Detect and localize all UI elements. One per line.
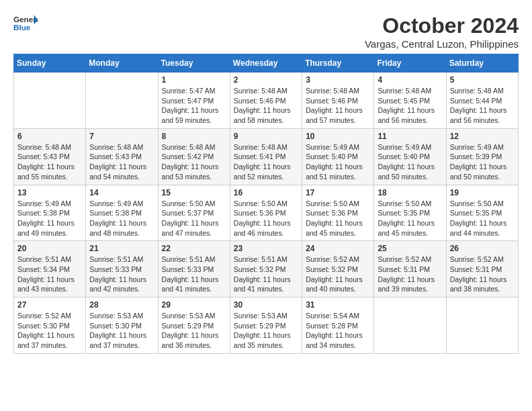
calendar-cell (374, 298, 446, 354)
calendar-cell: 25Sunrise: 5:52 AM Sunset: 5:31 PM Dayli… (374, 241, 446, 298)
calendar-week-row: 6Sunrise: 5:48 AM Sunset: 5:43 PM Daylig… (14, 128, 519, 185)
day-info: Sunrise: 5:52 AM Sunset: 5:31 PM Dayligh… (450, 255, 515, 294)
weekday-header-row: SundayMondayTuesdayWednesdayThursdayFrid… (14, 54, 519, 73)
weekday-header: Thursday (302, 54, 374, 73)
calendar-cell: 11Sunrise: 5:49 AM Sunset: 5:40 PM Dayli… (374, 128, 446, 185)
day-number: 22 (162, 244, 226, 253)
day-number: 4 (378, 75, 442, 85)
calendar-cell: 3Sunrise: 5:48 AM Sunset: 5:46 PM Daylig… (302, 73, 374, 129)
calendar-cell: 10Sunrise: 5:49 AM Sunset: 5:40 PM Dayli… (302, 128, 374, 185)
day-number: 10 (306, 132, 370, 141)
day-info: Sunrise: 5:51 AM Sunset: 5:33 PM Dayligh… (89, 255, 154, 294)
day-info: Sunrise: 5:52 AM Sunset: 5:30 PM Dayligh… (17, 311, 82, 351)
day-number: 16 (234, 188, 298, 197)
calendar-cell: 24Sunrise: 5:52 AM Sunset: 5:32 PM Dayli… (302, 241, 374, 298)
title-section: October 2024 Vargas, Central Luzon, Phil… (365, 13, 519, 50)
calendar-cell: 23Sunrise: 5:51 AM Sunset: 5:32 PM Dayli… (230, 241, 302, 298)
calendar-cell: 18Sunrise: 5:50 AM Sunset: 5:35 PM Dayli… (374, 185, 446, 241)
day-number: 24 (306, 244, 370, 253)
weekday-header: Tuesday (158, 54, 230, 73)
weekday-header: Friday (374, 54, 446, 73)
month-title: October 2024 (365, 13, 519, 38)
day-number: 27 (17, 300, 82, 310)
calendar-week-row: 27Sunrise: 5:52 AM Sunset: 5:30 PM Dayli… (14, 298, 519, 354)
day-number: 25 (378, 244, 442, 253)
day-info: Sunrise: 5:48 AM Sunset: 5:44 PM Dayligh… (450, 86, 515, 126)
calendar-cell: 8Sunrise: 5:48 AM Sunset: 5:42 PM Daylig… (158, 128, 230, 185)
day-number: 1 (162, 75, 226, 85)
day-info: Sunrise: 5:49 AM Sunset: 5:39 PM Dayligh… (450, 142, 515, 182)
calendar-table: SundayMondayTuesdayWednesdayThursdayFrid… (13, 54, 519, 354)
calendar-cell: 1Sunrise: 5:47 AM Sunset: 5:47 PM Daylig… (158, 73, 230, 129)
page-header: General Blue October 2024 Vargas, Centra… (13, 13, 519, 50)
day-number: 17 (306, 188, 370, 197)
calendar-cell: 4Sunrise: 5:48 AM Sunset: 5:45 PM Daylig… (374, 73, 446, 129)
day-info: Sunrise: 5:50 AM Sunset: 5:35 PM Dayligh… (378, 199, 442, 238)
calendar-cell (14, 73, 86, 129)
day-info: Sunrise: 5:49 AM Sunset: 5:38 PM Dayligh… (17, 199, 82, 238)
calendar-cell: 7Sunrise: 5:48 AM Sunset: 5:43 PM Daylig… (86, 128, 158, 185)
day-number: 28 (89, 300, 154, 310)
day-number: 29 (162, 300, 226, 310)
day-number: 3 (306, 75, 370, 85)
day-number: 20 (17, 244, 82, 253)
calendar-cell: 19Sunrise: 5:50 AM Sunset: 5:35 PM Dayli… (446, 185, 518, 241)
calendar-cell: 31Sunrise: 5:54 AM Sunset: 5:28 PM Dayli… (302, 298, 374, 354)
calendar-cell: 13Sunrise: 5:49 AM Sunset: 5:38 PM Dayli… (14, 185, 86, 241)
calendar-cell: 15Sunrise: 5:50 AM Sunset: 5:37 PM Dayli… (158, 185, 230, 241)
day-number: 30 (234, 300, 298, 310)
day-number: 6 (17, 132, 82, 141)
calendar-cell: 29Sunrise: 5:53 AM Sunset: 5:29 PM Dayli… (158, 298, 230, 354)
day-info: Sunrise: 5:49 AM Sunset: 5:38 PM Dayligh… (89, 199, 154, 238)
calendar-cell: 2Sunrise: 5:48 AM Sunset: 5:46 PM Daylig… (230, 73, 302, 129)
day-info: Sunrise: 5:50 AM Sunset: 5:37 PM Dayligh… (162, 199, 226, 238)
calendar-week-row: 1Sunrise: 5:47 AM Sunset: 5:47 PM Daylig… (14, 73, 519, 129)
day-number: 23 (234, 244, 298, 253)
day-number: 8 (162, 132, 226, 141)
day-number: 15 (162, 188, 226, 197)
calendar-cell: 12Sunrise: 5:49 AM Sunset: 5:39 PM Dayli… (446, 128, 518, 185)
day-info: Sunrise: 5:48 AM Sunset: 5:42 PM Dayligh… (162, 142, 226, 182)
day-info: Sunrise: 5:52 AM Sunset: 5:31 PM Dayligh… (378, 255, 442, 294)
weekday-header: Sunday (14, 54, 86, 73)
day-number: 21 (89, 244, 154, 253)
day-info: Sunrise: 5:50 AM Sunset: 5:36 PM Dayligh… (234, 199, 298, 238)
calendar-cell: 27Sunrise: 5:52 AM Sunset: 5:30 PM Dayli… (14, 298, 86, 354)
weekday-header: Wednesday (230, 54, 302, 73)
day-info: Sunrise: 5:50 AM Sunset: 5:35 PM Dayligh… (450, 199, 515, 238)
calendar-cell: 16Sunrise: 5:50 AM Sunset: 5:36 PM Dayli… (230, 185, 302, 241)
calendar-cell (86, 73, 158, 129)
calendar-week-row: 13Sunrise: 5:49 AM Sunset: 5:38 PM Dayli… (14, 185, 519, 241)
calendar-cell: 21Sunrise: 5:51 AM Sunset: 5:33 PM Dayli… (86, 241, 158, 298)
calendar-week-row: 20Sunrise: 5:51 AM Sunset: 5:34 PM Dayli… (14, 241, 519, 298)
day-info: Sunrise: 5:51 AM Sunset: 5:33 PM Dayligh… (162, 255, 226, 294)
day-info: Sunrise: 5:53 AM Sunset: 5:29 PM Dayligh… (162, 311, 226, 351)
calendar-cell: 5Sunrise: 5:48 AM Sunset: 5:44 PM Daylig… (446, 73, 518, 129)
logo: General Blue (13, 13, 38, 32)
calendar-cell: 6Sunrise: 5:48 AM Sunset: 5:43 PM Daylig… (14, 128, 86, 185)
day-info: Sunrise: 5:48 AM Sunset: 5:43 PM Dayligh… (89, 142, 154, 182)
calendar-cell: 22Sunrise: 5:51 AM Sunset: 5:33 PM Dayli… (158, 241, 230, 298)
day-info: Sunrise: 5:52 AM Sunset: 5:32 PM Dayligh… (306, 255, 370, 294)
day-number: 2 (234, 75, 298, 85)
day-info: Sunrise: 5:48 AM Sunset: 5:46 PM Dayligh… (306, 86, 370, 126)
day-number: 12 (450, 132, 515, 141)
day-info: Sunrise: 5:50 AM Sunset: 5:36 PM Dayligh… (306, 199, 370, 238)
weekday-header: Saturday (446, 54, 518, 73)
location: Vargas, Central Luzon, Philippines (365, 38, 519, 50)
day-number: 26 (450, 244, 515, 253)
calendar-cell: 9Sunrise: 5:48 AM Sunset: 5:41 PM Daylig… (230, 128, 302, 185)
calendar-cell: 17Sunrise: 5:50 AM Sunset: 5:36 PM Dayli… (302, 185, 374, 241)
day-info: Sunrise: 5:54 AM Sunset: 5:28 PM Dayligh… (306, 311, 370, 351)
day-number: 18 (378, 188, 442, 197)
day-info: Sunrise: 5:49 AM Sunset: 5:40 PM Dayligh… (378, 142, 442, 182)
day-info: Sunrise: 5:48 AM Sunset: 5:46 PM Dayligh… (234, 86, 298, 126)
calendar-cell: 26Sunrise: 5:52 AM Sunset: 5:31 PM Dayli… (446, 241, 518, 298)
calendar-cell: 28Sunrise: 5:53 AM Sunset: 5:30 PM Dayli… (86, 298, 158, 354)
day-number: 5 (450, 75, 515, 85)
calendar-cell: 20Sunrise: 5:51 AM Sunset: 5:34 PM Dayli… (14, 241, 86, 298)
day-info: Sunrise: 5:51 AM Sunset: 5:34 PM Dayligh… (17, 255, 82, 294)
day-info: Sunrise: 5:49 AM Sunset: 5:40 PM Dayligh… (306, 142, 370, 182)
logo-icon: General Blue (13, 13, 38, 32)
day-info: Sunrise: 5:53 AM Sunset: 5:29 PM Dayligh… (234, 311, 298, 351)
